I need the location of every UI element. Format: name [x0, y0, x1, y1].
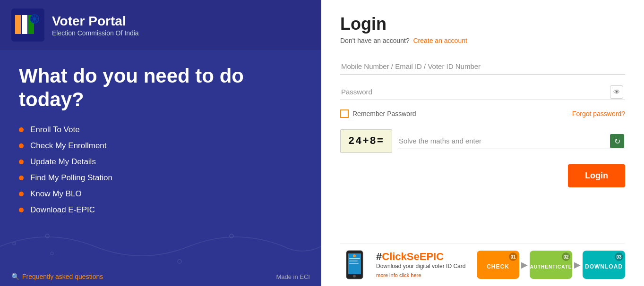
svg-rect-2 [22, 15, 27, 34]
left-panel: Voter Portal Election Commission Of Indi… [0, 0, 321, 286]
svg-point-13 [13, 242, 16, 245]
menu-item-label: Know My BLO [30, 189, 82, 199]
portal-subtitle: Election Commission Of India [52, 29, 139, 37]
step-auth-label: AUTHENTICATE [530, 264, 572, 269]
captcha-row: 24+8= ↻ [340, 129, 625, 153]
toggle-password-icon[interactable]: 👁 [610, 85, 623, 99]
bullet-icon [19, 127, 24, 132]
arrow-icon-1: ▶ [521, 260, 528, 270]
password-field-group: 👁 [340, 84, 625, 100]
svg-point-11 [178, 260, 181, 263]
click-se-epic-promo: #ClickSeEPIC Download your digital voter… [376, 251, 469, 279]
create-account-link[interactable]: Create an account [413, 37, 467, 44]
password-input[interactable] [340, 84, 625, 100]
svg-rect-20 [349, 263, 359, 264]
bullet-icon [19, 160, 24, 164]
arrow-icon-2: ▶ [574, 260, 581, 270]
menu-item-eepic[interactable]: Download E-EPIC [19, 205, 302, 215]
step-dl-label: DOWNLOAD [585, 263, 623, 270]
svg-rect-19 [349, 261, 358, 261]
signup-prompt: Don't have an account? [340, 37, 410, 44]
login-button[interactable]: Login [568, 164, 625, 187]
captcha-refresh-button[interactable]: ↻ [610, 134, 624, 148]
menu-item-label: Enroll To Vote [30, 125, 80, 135]
right-panel: Login Don't have an account? Create an a… [321, 0, 644, 286]
header-text: Voter Portal Election Commission Of Indi… [52, 13, 139, 37]
bottom-bar: 🔍 Frequently asked questions Made in ECI [0, 267, 321, 286]
svg-point-10 [45, 234, 49, 238]
captcha-input[interactable] [398, 133, 625, 149]
captcha-input-wrapper: ↻ [398, 133, 625, 149]
menu-item-label: Update My Details [30, 157, 96, 167]
menu-item-update-details[interactable]: Update My Details [19, 157, 302, 167]
phone-icon [340, 248, 369, 281]
step-auth-num: 02 [562, 252, 570, 261]
menu-item-label: Download E-EPIC [30, 205, 95, 215]
menu-item-enroll[interactable]: Enroll To Vote [19, 125, 302, 135]
password-wrapper: 👁 [340, 84, 625, 100]
remember-text: Remember Password [352, 110, 416, 118]
promo-hashtag-text: ClickSeEPIC [382, 251, 444, 262]
promo-more-info-link[interactable]: more info click here [376, 272, 421, 278]
step-download-box: 03 DOWNLOAD [583, 251, 625, 279]
svg-point-17 [353, 275, 356, 278]
wave-decoration [0, 218, 321, 267]
forgot-password-link[interactable]: Forgot password? [572, 110, 625, 118]
steps-graphic: 01 CHECK ▶ 02 AUTHENTICATE ▶ 03 DOWNLOAD [477, 251, 625, 279]
step-auth-box: 02 AUTHENTICATE [530, 251, 572, 279]
menu-list: Enroll To Vote Check My Enrollment Updat… [19, 125, 302, 215]
menu-item-blo[interactable]: Know My BLO [19, 189, 302, 199]
promo-bar: #ClickSeEPIC Download your digital voter… [340, 243, 625, 286]
hero-title: What do you need to do today? [19, 64, 302, 112]
login-title: Login [340, 14, 625, 34]
bullet-icon [19, 143, 24, 148]
svg-rect-18 [349, 258, 360, 259]
faq-label: Frequently asked questions [22, 273, 103, 280]
options-row: Remember Password Forgot password? [340, 109, 625, 118]
captcha-text: 24+8= [348, 135, 384, 147]
menu-item-label: Check My Enrollment [30, 141, 107, 151]
faq-link[interactable]: 🔍 Frequently asked questions [11, 273, 103, 280]
menu-item-label: Find My Polling Station [30, 173, 112, 183]
portal-title: Voter Portal [52, 13, 139, 29]
svg-rect-1 [15, 15, 21, 34]
promo-download-text: Download your digital voter ID Card [376, 263, 469, 270]
step-check-box: 01 CHECK [477, 251, 519, 279]
signup-row: Don't have an account? Create an account [340, 37, 625, 44]
captcha-image: 24+8= [340, 129, 392, 153]
logo [11, 8, 44, 42]
svg-point-21 [353, 254, 356, 257]
remember-label[interactable]: Remember Password [340, 109, 416, 118]
bullet-icon [19, 192, 24, 196]
svg-point-14 [51, 252, 53, 255]
remember-checkbox[interactable] [340, 109, 349, 118]
bullet-icon [19, 208, 24, 212]
menu-item-check-enrollment[interactable]: Check My Enrollment [19, 141, 302, 151]
step-dl-num: 03 [615, 252, 623, 261]
menu-item-polling-station[interactable]: Find My Polling Station [19, 173, 302, 183]
step-check-label: CHECK [487, 263, 509, 270]
username-field-group [340, 59, 625, 75]
step-check-num: 01 [509, 252, 517, 261]
search-icon: 🔍 [11, 273, 19, 280]
header: Voter Portal Election Commission Of Indi… [0, 0, 321, 50]
made-in-label: Made in ECI [276, 273, 310, 280]
promo-hashtag: #ClickSeEPIC [376, 251, 469, 263]
username-input[interactable] [340, 59, 625, 75]
bullet-icon [19, 176, 24, 180]
